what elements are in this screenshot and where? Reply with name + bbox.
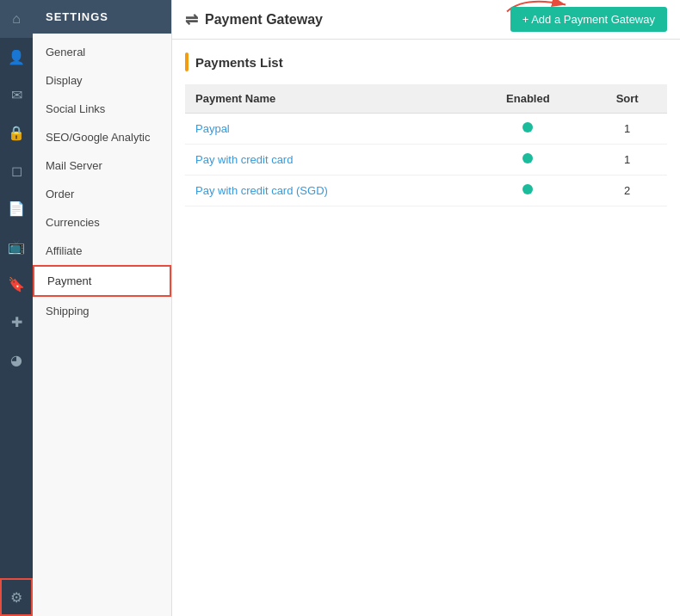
topbar-title: ⇌ Payment Gateway [185, 10, 323, 29]
payment-name-cell: Pay with credit card (SGD) [185, 176, 468, 206]
gear-icon-bottom[interactable]: ⚙ [0, 578, 33, 616]
chart-icon[interactable]: ◕ [0, 341, 33, 379]
sidebar-item-order[interactable]: Order [33, 180, 171, 208]
home-icon[interactable]: ⌂ [0, 0, 33, 38]
page-title: Payment Gateway [205, 12, 323, 28]
topbar: ⇌ Payment Gateway + Add a Payment Gatewa… [172, 0, 680, 40]
sidebar-item-seo[interactable]: SEO/Google Analytic [33, 123, 171, 151]
user-icon[interactable]: 👤 [0, 38, 33, 76]
sidebar-item-payment[interactable]: Payment [33, 265, 171, 297]
sidebar-nav: General Display Social Links SEO/Google … [33, 34, 171, 616]
puzzle-icon[interactable]: ✚ [0, 303, 33, 341]
content-area: Payments List Payment Name Enabled Sort … [172, 40, 680, 616]
cube-icon[interactable]: ◻ [0, 151, 33, 189]
sidebar-item-social-links[interactable]: Social Links [33, 95, 171, 123]
table-row: Paypal1 [185, 114, 667, 145]
lock-icon[interactable]: 🔒 [0, 114, 33, 151]
payment-name-cell: Paypal [185, 114, 468, 145]
col-header-enabled: Enabled [468, 84, 587, 114]
sidebar: SETTINGS General Display Social Links SE… [33, 0, 172, 616]
payment-name-link[interactable]: Paypal [195, 122, 230, 135]
payment-sort-cell: 2 [587, 176, 667, 206]
icon-bar: ⌂ 👤 ✉ 🔒 ◻ 📄 📺 🔖 ✚ ◕ ⚙ [0, 0, 33, 616]
add-payment-gateway-button[interactable]: + Add a Payment Gateway [510, 7, 667, 32]
mail-icon[interactable]: ✉ [0, 76, 33, 114]
table-row: Pay with credit card (SGD)2 [185, 176, 667, 206]
sidebar-item-shipping[interactable]: Shipping [33, 297, 171, 325]
sidebar-item-currencies[interactable]: Currencies [33, 208, 171, 237]
accent-bar [185, 52, 189, 71]
col-header-name: Payment Name [185, 84, 468, 114]
payment-enabled-cell [468, 114, 587, 145]
table-row: Pay with credit card1 [185, 145, 667, 176]
enabled-dot [522, 153, 533, 163]
payment-name-link[interactable]: Pay with credit card [195, 153, 293, 166]
col-header-sort: Sort [587, 84, 667, 114]
file-icon[interactable]: 📄 [0, 189, 33, 227]
payments-table: Payment Name Enabled Sort Paypal1Pay wit… [185, 84, 667, 206]
payment-sort-cell: 1 [587, 114, 667, 145]
payment-name-link[interactable]: Pay with credit card (SGD) [195, 184, 328, 197]
sidebar-header: SETTINGS [33, 0, 171, 34]
payment-gateway-icon: ⇌ [185, 10, 198, 29]
monitor-icon[interactable]: 📺 [0, 227, 33, 265]
main-content: ⇌ Payment Gateway + Add a Payment Gatewa… [172, 0, 680, 616]
sidebar-item-mail-server[interactable]: Mail Server [33, 151, 171, 180]
payment-sort-cell: 1 [587, 145, 667, 176]
section-title: Payments List [195, 55, 283, 70]
table-header-row: Payment Name Enabled Sort [185, 84, 667, 114]
section-header: Payments List [185, 52, 667, 71]
payment-enabled-cell [468, 145, 587, 176]
bookmark-icon[interactable]: 🔖 [0, 265, 33, 303]
sidebar-item-affiliate[interactable]: Affiliate [33, 237, 171, 265]
payment-name-cell: Pay with credit card [185, 145, 468, 176]
sidebar-item-general[interactable]: General [33, 38, 171, 66]
payment-enabled-cell [468, 176, 587, 206]
enabled-dot [522, 122, 533, 132]
enabled-dot [522, 184, 533, 194]
sidebar-item-display[interactable]: Display [33, 66, 171, 95]
arrow-container: + Add a Payment Gateway [510, 7, 667, 32]
